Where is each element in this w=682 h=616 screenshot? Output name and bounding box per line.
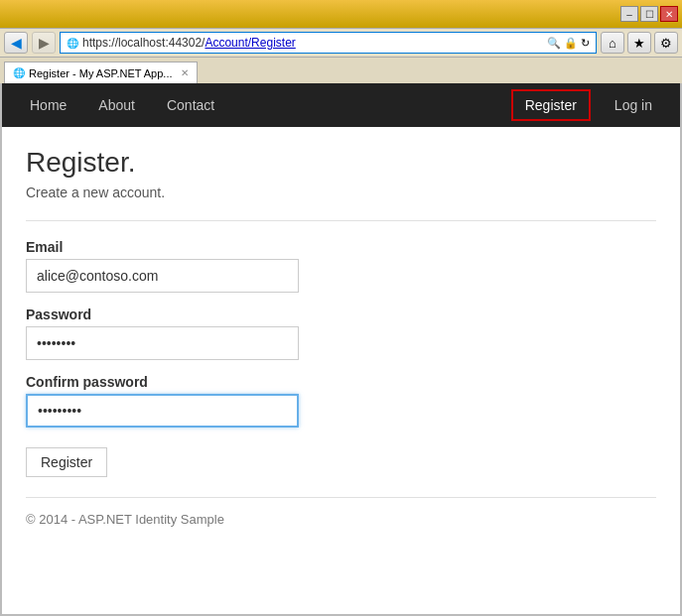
toolbar-right: ⌂ ★ ⚙ — [601, 32, 678, 54]
lock-icon: 🔒 — [564, 37, 578, 50]
favorites-button[interactable]: ★ — [627, 32, 651, 54]
address-text: https://localhost:44302/Account/Register — [82, 36, 296, 50]
register-submit-button[interactable]: Register — [26, 447, 107, 477]
nav-auth: Register Log in — [511, 85, 668, 125]
close-button[interactable]: ✕ — [660, 6, 678, 22]
back-button[interactable]: ◀ — [4, 32, 28, 54]
nav-links: Home About Contact — [14, 85, 511, 125]
nav-bar: Home About Contact Register Log in — [2, 83, 680, 127]
register-form: Email Password Confirm password Register — [26, 239, 656, 477]
minimize-button[interactable]: – — [620, 6, 638, 22]
tools-button[interactable]: ⚙ — [654, 32, 678, 54]
forward-button[interactable]: ▶ — [32, 32, 56, 54]
nav-contact-link[interactable]: Contact — [151, 85, 230, 125]
address-icons: 🔍 🔒 ↻ — [547, 37, 590, 50]
nav-login-link[interactable]: Log in — [599, 85, 668, 125]
email-label: Email — [26, 239, 656, 255]
footer-text: © 2014 - ASP.NET Identity Sample — [26, 512, 224, 527]
title-bar-buttons: – ☐ ✕ — [620, 6, 678, 22]
confirm-password-label: Confirm password — [26, 374, 656, 390]
nav-about-link[interactable]: About — [82, 85, 151, 125]
page-footer: © 2014 - ASP.NET Identity Sample — [26, 497, 656, 527]
browser-window: – ☐ ✕ ◀ ▶ 🌐 https://localhost:44302/Acco… — [0, 0, 682, 616]
search-icon: 🔍 — [547, 37, 561, 50]
confirm-password-group: Confirm password — [26, 374, 656, 428]
forward-icon: ▶ — [39, 35, 50, 51]
address-bar-area: ◀ ▶ 🌐 https://localhost:44302/Account/Re… — [0, 28, 682, 58]
browser-content: Home About Contact Register Log in Regis… — [0, 83, 682, 616]
email-group: Email — [26, 239, 656, 293]
refresh-icon: ↻ — [581, 37, 590, 50]
password-group: Password — [26, 307, 656, 360]
tab-label: Register - My ASP.NET App... — [29, 67, 173, 79]
page-content: Register. Create a new account. Email Pa… — [2, 127, 680, 614]
password-label: Password — [26, 307, 656, 322]
ie-icon: 🌐 — [67, 38, 78, 49]
tab-bar: 🌐 Register - My ASP.NET App... ✕ — [0, 58, 682, 83]
tab-ie-icon: 🌐 — [13, 67, 25, 78]
home-button[interactable]: ⌂ — [601, 32, 624, 54]
submit-group: Register — [26, 441, 656, 477]
nav-home-link[interactable]: Home — [14, 85, 82, 125]
title-bar: – ☐ ✕ — [0, 0, 682, 28]
email-input[interactable] — [26, 259, 299, 293]
password-input[interactable] — [26, 326, 299, 360]
page-subtitle: Create a new account. — [26, 185, 656, 200]
restore-button[interactable]: ☐ — [640, 6, 658, 22]
form-divider — [26, 220, 656, 221]
active-tab[interactable]: 🌐 Register - My ASP.NET App... ✕ — [4, 62, 198, 83]
address-box[interactable]: 🌐 https://localhost:44302/Account/Regist… — [60, 32, 597, 54]
page-title: Register. — [26, 147, 656, 179]
back-icon: ◀ — [11, 35, 22, 51]
confirm-password-input[interactable] — [26, 394, 299, 428]
nav-register-button[interactable]: Register — [511, 89, 591, 121]
tab-close-icon[interactable]: ✕ — [181, 67, 189, 78]
